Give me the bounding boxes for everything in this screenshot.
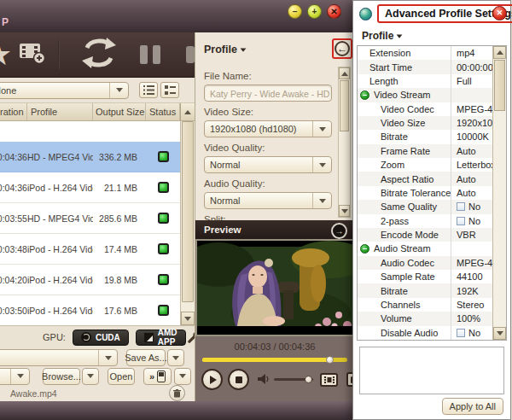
setting-row-sample-rate[interactable]: Sample Rate44100 xyxy=(358,270,492,283)
setting-row-video-stream[interactable]: Video Stream xyxy=(358,88,492,102)
add-video-icon[interactable] xyxy=(19,41,46,68)
thumbnail-view-button[interactable] xyxy=(160,82,179,98)
file-row[interactable]: 00:04:20iPod - H.264 Video19.8 MB xyxy=(0,265,180,295)
filter-dropdown-arrow[interactable] xyxy=(109,83,128,98)
setting-row-frame-rate[interactable]: Frame RateAuto xyxy=(358,144,492,158)
setting-row-video-size[interactable]: Video Size1920x1080 xyxy=(358,116,492,130)
setting-value[interactable]: VBR xyxy=(451,228,492,242)
file-row[interactable]: 00:04:36iPod - H.264 Video21.1 MB xyxy=(0,172,180,203)
video-quality-dropdown-arrow[interactable] xyxy=(312,157,331,172)
form-scroll-up[interactable] xyxy=(339,67,350,79)
favorite-icon[interactable]: ★ xyxy=(0,39,19,70)
output-folder-dropdown-arrow[interactable] xyxy=(98,350,117,365)
back-arrow-button[interactable]: ← xyxy=(335,41,350,56)
advanced-close-button[interactable]: ✕ xyxy=(492,6,507,20)
setting-row-channels[interactable]: ChannelsStereo xyxy=(358,298,492,312)
setting-value[interactable]: Auto xyxy=(451,144,492,158)
setting-value[interactable]: Auto xyxy=(451,186,492,200)
video-size-dropdown[interactable]: 1920x1080 (hd1080) xyxy=(204,120,332,137)
audio-quality-dropdown[interactable]: Normal xyxy=(204,192,332,209)
setting-row-disable-audio[interactable]: Disable AudioNo xyxy=(358,326,492,340)
settings-scrollbar[interactable] xyxy=(492,46,506,340)
file-list-scrollbar[interactable] xyxy=(180,121,195,325)
setting-row-aspect-ratio[interactable]: Aspect RatioAuto xyxy=(358,172,492,185)
scrollbar-thumb[interactable] xyxy=(182,121,194,302)
pause-icon[interactable] xyxy=(140,45,160,64)
transfer-to-device-button[interactable]: » xyxy=(143,368,172,385)
minimize-button[interactable]: – xyxy=(288,4,302,19)
output-folder-dropdown[interactable] xyxy=(0,349,118,366)
play-button[interactable] xyxy=(201,369,223,390)
setting-row-encode-mode[interactable]: Encode ModeVBR xyxy=(358,228,492,242)
file-row[interactable]: 00:03:55HD - MPEG4 Video285.6 MB xyxy=(0,203,180,234)
transfer-dropdown-arrow[interactable] xyxy=(174,368,191,385)
destination-dropdown-arrow[interactable] xyxy=(10,369,29,384)
collapse-group-icon[interactable] xyxy=(360,90,369,100)
setting-row-zoom[interactable]: ZoomLetterbox xyxy=(358,158,492,172)
setting-value[interactable]: 100% xyxy=(451,312,492,325)
advanced-profile-header[interactable]: Profile xyxy=(353,26,510,45)
checkbox[interactable] xyxy=(457,217,465,225)
filter-dropdown[interactable]: None xyxy=(0,82,129,99)
stop-icon[interactable] xyxy=(186,46,195,63)
video-size-dropdown-arrow[interactable] xyxy=(312,121,331,137)
close-button[interactable]: ✕ xyxy=(327,4,341,19)
save-as-dropdown-arrow[interactable] xyxy=(167,349,184,366)
setting-value[interactable]: Stereo xyxy=(451,298,492,312)
cuda-button[interactable]: CUDA xyxy=(73,330,129,346)
stop-button[interactable] xyxy=(228,369,249,390)
setting-value[interactable]: MPEG-4 xyxy=(451,102,492,116)
setting-value[interactable]: Full xyxy=(451,74,492,88)
setting-row-volume[interactable]: Volume100% xyxy=(358,312,492,325)
form-scroll-down[interactable] xyxy=(339,205,350,217)
profile-form-scrollbar[interactable] xyxy=(338,67,351,218)
seek-bar[interactable] xyxy=(202,358,347,362)
setting-row-bitrate-tolerance[interactable]: Bitrate ToleranceAuto xyxy=(358,186,492,200)
setting-row-audio-stream[interactable]: Audio Stream xyxy=(358,242,492,255)
scrollbar-thumb[interactable] xyxy=(340,80,349,131)
audio-quality-dropdown-arrow[interactable] xyxy=(312,193,331,208)
setting-row-bitrate[interactable]: Bitrate10000K xyxy=(358,130,492,143)
setting-value[interactable]: 00:00:00 xyxy=(451,60,492,73)
expand-preview-button[interactable]: → xyxy=(331,223,347,239)
frame-capture-button[interactable] xyxy=(320,373,338,387)
setting-row-video-codec[interactable]: Video CodecMPEG-4 xyxy=(358,102,492,116)
video-quality-dropdown[interactable]: Normal xyxy=(204,156,332,173)
volume-slider[interactable] xyxy=(274,378,313,381)
setting-value[interactable]: 44100 xyxy=(451,270,492,283)
delete-button[interactable] xyxy=(169,385,185,401)
profile-header-label[interactable]: Profile xyxy=(204,44,247,55)
file-list-scroll-down[interactable] xyxy=(181,312,195,325)
browse-dropdown-arrow[interactable] xyxy=(82,368,99,385)
convert-icon[interactable] xyxy=(80,37,118,73)
file-list-scroll-up[interactable] xyxy=(180,103,195,120)
setting-row-audio-codec[interactable]: Audio CodecMPEG-4 AAC xyxy=(358,256,492,270)
checkbox[interactable] xyxy=(457,202,465,211)
setting-value[interactable]: 192K xyxy=(451,283,492,297)
setting-row-2-pass[interactable]: 2-passNo xyxy=(358,214,492,228)
browse-button[interactable]: Browse... xyxy=(43,368,80,385)
scrollbar-thumb[interactable] xyxy=(494,60,505,111)
settings-scroll-down[interactable] xyxy=(493,327,506,340)
setting-value[interactable]: No xyxy=(451,326,492,340)
open-button[interactable]: Open xyxy=(108,368,135,385)
setting-value[interactable]: mp4 xyxy=(451,46,492,60)
apply-to-all-button[interactable]: Apply to All xyxy=(442,398,503,415)
maximize-button[interactable]: + xyxy=(307,4,322,19)
volume-handle[interactable] xyxy=(305,376,312,383)
setting-row-bitrate[interactable]: Bitrate192K xyxy=(358,283,492,297)
setting-value[interactable]: MPEG-4 AAC xyxy=(451,256,492,270)
setting-row-same-quality[interactable]: Same QualityNo xyxy=(358,200,492,213)
mute-icon[interactable] xyxy=(258,372,270,388)
destination-dropdown[interactable] xyxy=(0,368,30,385)
setting-row-extension[interactable]: Extensionmp4 xyxy=(358,46,492,60)
setting-row-start-time[interactable]: Start Time00:00:00 xyxy=(358,60,492,73)
setting-row-length[interactable]: LengthFull xyxy=(358,74,492,88)
file-name-input[interactable]: Katy Perry - Wide Awake - HD xyxy=(204,85,332,102)
amd-app-button[interactable]: AMD APP xyxy=(136,330,186,346)
file-row[interactable]: 00:03:48iPod - H.264 Video17.4 MB xyxy=(0,234,180,265)
seek-handle[interactable] xyxy=(326,356,334,364)
file-row[interactable]: 00:03:50iPod - H.264 Video17.6 MB xyxy=(0,295,180,325)
setting-value[interactable]: 10000K xyxy=(451,130,492,143)
checkbox[interactable] xyxy=(457,329,465,337)
